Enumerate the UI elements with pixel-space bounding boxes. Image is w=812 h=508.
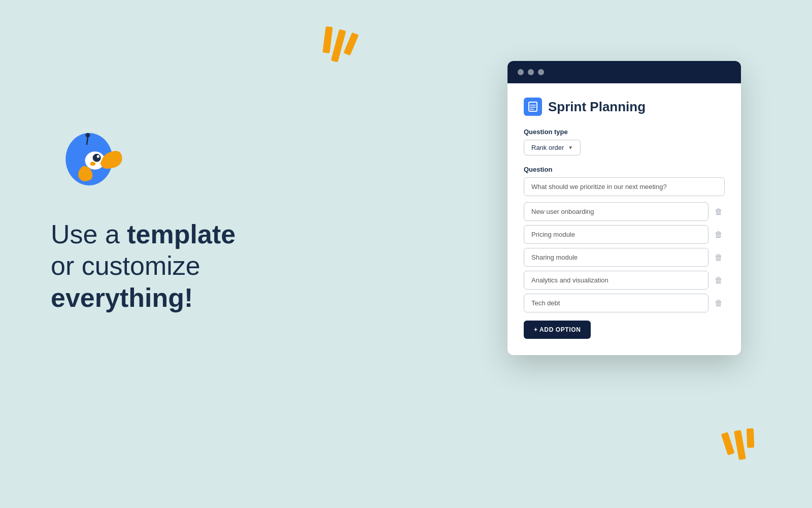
svg-point-4 bbox=[85, 133, 90, 138]
chevron-down-icon: ▼ bbox=[568, 145, 573, 150]
tagline-line2: or customize bbox=[51, 250, 315, 281]
spark-decoration-top bbox=[321, 26, 356, 65]
options-list: New user onboarding 🗑 Pricing module 🗑 S… bbox=[524, 202, 725, 312]
question-section: Question What should we prioritize in ou… bbox=[524, 166, 725, 312]
logo-container bbox=[51, 112, 142, 203]
rank-order-value: Rank order bbox=[531, 144, 564, 151]
window-mockup: Sprint Planning Question type Rank order… bbox=[507, 61, 741, 355]
spark-line bbox=[344, 33, 359, 56]
parrot-logo bbox=[51, 112, 132, 193]
option-input-3[interactable]: Sharing module bbox=[524, 248, 708, 267]
sprint-header: Sprint Planning bbox=[524, 98, 725, 116]
delete-icon-1[interactable]: 🗑 bbox=[713, 205, 725, 218]
spark-line bbox=[331, 29, 346, 62]
window-dot-2 bbox=[528, 69, 534, 75]
delete-icon-4[interactable]: 🗑 bbox=[713, 274, 725, 287]
option-input-2[interactable]: Pricing module bbox=[524, 225, 708, 244]
svg-line-5 bbox=[87, 138, 88, 144]
question-input[interactable]: What should we prioritize in our next me… bbox=[524, 177, 725, 196]
window-body: Sprint Planning Question type Rank order… bbox=[507, 83, 741, 355]
option-input-1[interactable]: New user onboarding bbox=[524, 202, 708, 221]
add-option-button[interactable]: + ADD OPTION bbox=[524, 321, 591, 339]
spark-line bbox=[734, 430, 746, 460]
tagline-line1: Use a template bbox=[51, 218, 315, 250]
option-row-2: Pricing module 🗑 bbox=[524, 225, 725, 244]
option-row-3: Sharing module 🗑 bbox=[524, 248, 725, 267]
delete-icon-3[interactable]: 🗑 bbox=[713, 251, 725, 264]
delete-icon-2[interactable]: 🗑 bbox=[713, 228, 725, 241]
tagline-normal: Use a bbox=[51, 219, 127, 249]
spark-line bbox=[721, 432, 735, 455]
svg-rect-6 bbox=[529, 102, 537, 111]
spark-line bbox=[747, 428, 754, 448]
window-titlebar bbox=[507, 61, 741, 83]
sprint-title: Sprint Planning bbox=[548, 99, 646, 115]
option-row-1: New user onboarding 🗑 bbox=[524, 202, 725, 221]
rank-order-select[interactable]: Rank order ▼ bbox=[524, 140, 581, 155]
option-row-5: Tech debt 🗑 bbox=[524, 294, 725, 312]
tagline-line3: everything! bbox=[51, 282, 315, 313]
question-type-section: Question type Rank order ▼ bbox=[524, 128, 725, 155]
spark-line bbox=[323, 26, 333, 53]
spark-decoration-bottom-right bbox=[724, 428, 756, 462]
left-section: Use a template or customize everything! bbox=[51, 112, 315, 313]
window-dot-1 bbox=[518, 69, 524, 75]
window-dot-3 bbox=[538, 69, 544, 75]
option-row-4: Analytics and visualization 🗑 bbox=[524, 271, 725, 290]
tagline-bold: template bbox=[127, 219, 235, 249]
delete-icon-5[interactable]: 🗑 bbox=[713, 297, 725, 310]
option-input-5[interactable]: Tech debt bbox=[524, 294, 708, 312]
question-type-label: Question type bbox=[524, 128, 725, 136]
sprint-icon bbox=[524, 98, 542, 116]
question-label: Question bbox=[524, 166, 725, 173]
option-input-4[interactable]: Analytics and visualization bbox=[524, 271, 708, 290]
svg-point-3 bbox=[97, 155, 99, 157]
tagline: Use a template or customize everything! bbox=[51, 218, 315, 313]
svg-point-2 bbox=[93, 154, 101, 162]
